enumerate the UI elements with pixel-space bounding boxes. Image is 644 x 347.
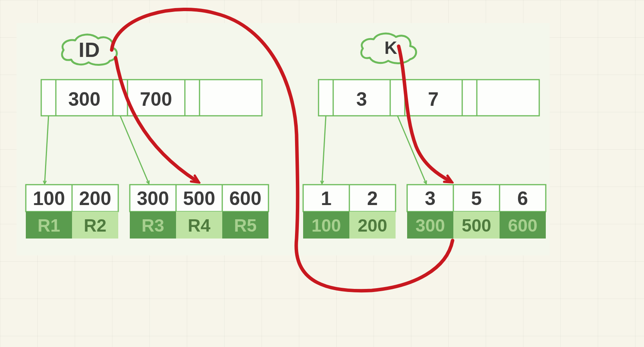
label-id: ID bbox=[79, 38, 100, 61]
leaf-right-2-val-1: 500 bbox=[462, 215, 491, 235]
label-cloud-id: ID bbox=[62, 35, 117, 65]
leaf-left-1-val-1: R2 bbox=[84, 215, 107, 235]
leaf-right-2-key-2: 6 bbox=[517, 188, 528, 209]
leaf-right-1-key-1: 2 bbox=[367, 188, 378, 209]
leaf-right-2-val-0: 300 bbox=[416, 215, 445, 235]
label-k: K bbox=[384, 38, 397, 58]
root-key-right-0: 3 bbox=[356, 88, 367, 110]
pointer-left-1 bbox=[120, 116, 149, 183]
label-cloud-k: K bbox=[361, 33, 416, 63]
leaf-left-2-val-1: R4 bbox=[188, 215, 211, 235]
root-key-left-0: 300 bbox=[68, 88, 100, 110]
leaf-right-1-val-1: 200 bbox=[358, 215, 387, 235]
leaf-left-1-val-0: R1 bbox=[38, 215, 60, 235]
leaf-right-2: 3 5 6 300 500 600 bbox=[407, 185, 546, 239]
root-key-right-1: 7 bbox=[428, 88, 439, 110]
leaf-left-2-key-1: 500 bbox=[183, 188, 215, 209]
leaf-right-1-val-0: 100 bbox=[312, 215, 341, 235]
leaf-left-2-key-0: 300 bbox=[137, 188, 169, 209]
leaf-right-1: 1 2 100 200 bbox=[303, 185, 396, 239]
leaf-right-2-key-0: 3 bbox=[425, 188, 436, 209]
leaf-left-2-val-0: R3 bbox=[142, 215, 164, 235]
leaf-right-2-key-1: 5 bbox=[471, 188, 482, 209]
root-node-left: 300 700 bbox=[41, 80, 262, 116]
pointer-right-0 bbox=[322, 116, 326, 183]
leaf-left-1: 100 200 R1 R2 bbox=[26, 185, 118, 239]
diagram-svg: ID 300 700 100 200 R1 R2 300 500 600 bbox=[0, 0, 644, 347]
leaf-right-1-key-0: 1 bbox=[321, 188, 332, 209]
root-key-left-1: 700 bbox=[140, 88, 172, 110]
leaf-right-2-val-2: 600 bbox=[508, 215, 538, 235]
leaf-left-1-key-0: 100 bbox=[33, 188, 65, 209]
root-node-right: 3 7 bbox=[319, 80, 539, 116]
leaf-left-2-key-2: 600 bbox=[229, 188, 261, 209]
leaf-left-1-key-1: 200 bbox=[79, 188, 111, 209]
red-arrow-to-500-left bbox=[116, 58, 196, 181]
pointer-left-0 bbox=[45, 116, 49, 183]
leaf-left-2: 300 500 600 R3 R4 R5 bbox=[130, 185, 268, 239]
leaf-left-2-val-2: R5 bbox=[234, 215, 257, 235]
